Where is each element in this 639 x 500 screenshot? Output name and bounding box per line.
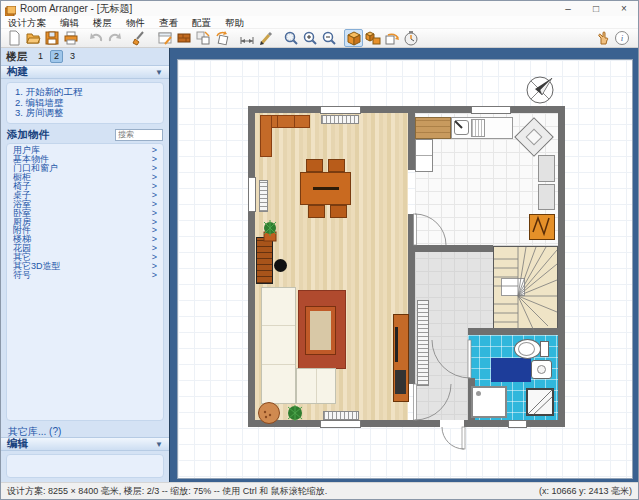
sink-drainer [471,119,485,137]
rotate-object-button[interactable] [212,29,231,47]
new-document-icon [6,30,22,46]
build-step-1[interactable]: 1. 开始新的工程 [15,87,155,98]
info-icon: i [614,30,630,46]
coffee-table[interactable] [306,307,335,354]
other-libraries-link[interactable]: 其它库... (?) [1,424,169,437]
menu-item-view[interactable]: 查看 [152,16,185,29]
open-button[interactable] [23,29,42,47]
status-left: 设计方案: 8255 × 8400 毫米, 楼层: 2/3 -- 缩放: 75%… [7,485,327,498]
pointer-tool-button[interactable] [593,29,612,47]
bathroom-mat[interactable] [491,358,531,382]
menu-item-help[interactable]: 帮助 [218,16,251,29]
about-button[interactable]: i [612,29,631,47]
object-categories-list: 用户库> 基本物件> 门口和窗户> 橱柜> 椅子> 桌子> 浴室> 卧室> 厨房… [6,143,164,422]
stool[interactable] [274,259,287,272]
save-button[interactable] [42,29,61,47]
edit-section-header[interactable]: 编辑 ▼ [1,437,169,451]
dimension-button[interactable] [237,29,256,47]
hall-radiator[interactable] [417,300,429,386]
radiator[interactable] [259,180,268,212]
maximize-button[interactable]: □ [582,1,610,16]
open-folder-icon [25,30,41,46]
walkthrough-button[interactable] [382,29,401,47]
tv-screen [395,327,398,362]
entrance-door-opening[interactable] [440,420,464,428]
side-table[interactable] [258,402,280,424]
sidebar: 楼层 1 2 3 构建 ▼ 1. 开始新的工程 2. 编辑墙壁 3. 房间调整 … [1,48,169,482]
compass-icon [527,77,553,103]
search-input[interactable] [115,129,163,141]
undo-icon [88,30,104,46]
sofa[interactable] [296,368,336,404]
move-object-button[interactable] [193,29,212,47]
radiator[interactable] [323,411,359,420]
zoom-out-icon [321,30,337,46]
dining-chair[interactable] [308,205,325,218]
dining-chair[interactable] [330,205,347,218]
zoom-in-button[interactable] [300,29,319,47]
menu-item-design[interactable]: 设计方案 [1,16,53,29]
sofa[interactable] [261,287,296,404]
menu-item-objects[interactable]: 物件 [119,16,152,29]
objects-library-button[interactable] [363,29,382,47]
bookshelf[interactable] [256,237,273,284]
draw-button[interactable] [256,29,275,47]
tall-cabinet[interactable] [415,139,433,172]
floors-label: 楼层 [6,50,27,64]
window[interactable] [508,420,527,428]
kitchen-sink[interactable] [454,120,469,135]
wall-icon [176,30,192,46]
zoom-selection-icon [283,30,299,46]
interior-wall [408,214,415,384]
add-objects-title: 添加物件 [7,128,49,142]
menu-item-config[interactable]: 配置 [185,16,218,29]
dining-chair[interactable] [328,159,345,172]
quick-settings-button[interactable] [401,29,420,47]
collapse-arrow-icon[interactable]: ▼ [155,440,163,449]
paint-brush-icon [132,30,148,46]
print-button[interactable] [61,29,80,47]
stove[interactable] [529,214,555,240]
minimize-button[interactable]: – [554,1,582,16]
menu-item-edit[interactable]: 编辑 [53,16,86,29]
build-title: 构建 [7,65,28,79]
toolbar-right-group: i [593,29,635,47]
floor-tab-1[interactable]: 1 [34,50,47,63]
new-room-button[interactable] [155,29,174,47]
window[interactable] [248,177,256,212]
view-3d-button[interactable] [344,29,363,47]
wall-button[interactable] [174,29,193,47]
window[interactable] [320,106,361,114]
add-objects-header: 添加物件 [1,127,169,143]
wall-cabinet[interactable] [538,184,555,210]
new-document-button[interactable] [4,29,23,47]
kitchen-counter-wood[interactable] [415,117,451,139]
wall-cabinet[interactable] [538,155,555,182]
close-button[interactable]: × [610,1,638,16]
floor-tab-2[interactable]: 2 [50,50,63,63]
redo-button[interactable] [105,29,124,47]
collapse-arrow-icon[interactable]: ▼ [155,68,163,77]
radiator[interactable] [321,115,359,124]
category-item-symbols[interactable]: 符号> [7,271,163,280]
zoom-in-icon [302,30,318,46]
build-step-3[interactable]: 3. 房间调整 [15,108,155,119]
app-icon [5,3,16,14]
canvas[interactable] [169,48,638,482]
corner-bench[interactable] [260,115,272,157]
floor-tab-3[interactable]: 3 [66,50,79,63]
dimension-icon [239,30,255,46]
hand-pointer-icon [595,30,611,46]
drawing-page[interactable] [177,59,633,479]
window[interactable] [320,420,361,428]
menu-item-floors[interactable]: 楼层 [86,16,119,29]
paint-format-button[interactable] [130,29,149,47]
undo-button[interactable] [86,29,105,47]
shower-cabin[interactable] [526,388,554,416]
zoom-selection-button[interactable] [281,29,300,47]
window[interactable] [471,106,511,114]
build-section-header[interactable]: 构建 ▼ [1,65,169,79]
dining-chair[interactable] [306,159,323,172]
zoom-out-button[interactable] [319,29,338,47]
print-icon [63,30,79,46]
